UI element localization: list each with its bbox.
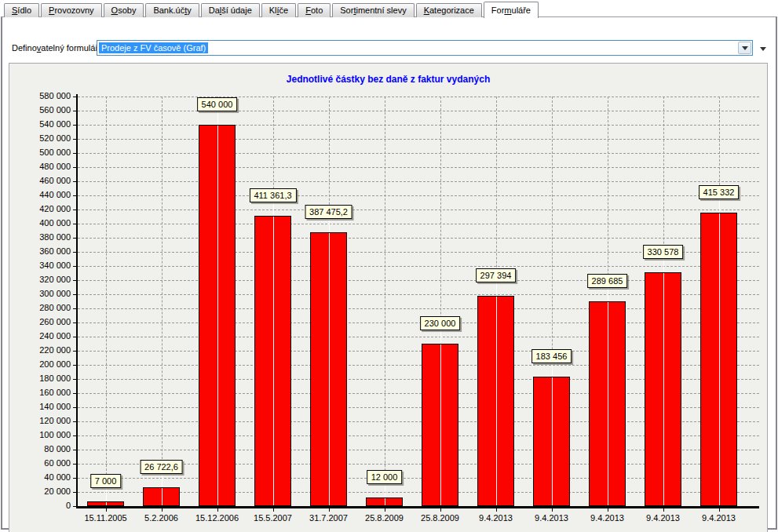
bar-value-label: 12 000 bbox=[367, 470, 403, 484]
y-axis-label: 0 bbox=[9, 501, 71, 510]
gridline-h bbox=[78, 224, 759, 224]
bar-center-line bbox=[162, 488, 163, 505]
y-axis-label: 220 000 bbox=[9, 345, 71, 355]
combobox-text-area[interactable]: Prodeje z FV časově (Graf) bbox=[97, 41, 738, 55]
y-axis-label: 360 000 bbox=[9, 246, 71, 256]
x-axis-label: 15.5.2007 bbox=[245, 513, 301, 523]
tab-formul-e[interactable]: Formuláře bbox=[484, 2, 539, 18]
definable-form-row: Definovatelný formulář: Prodeje z FV čas… bbox=[2, 35, 776, 63]
gridline-v bbox=[106, 97, 107, 506]
bar-center-line bbox=[608, 302, 608, 505]
gridline-h bbox=[78, 97, 759, 97]
x-axis-label: 9.4.2013 bbox=[635, 513, 692, 523]
x-axis-label: 25.8.2009 bbox=[412, 513, 469, 523]
y-axis-label: 100 000 bbox=[9, 430, 71, 439]
bar-center-line bbox=[217, 126, 218, 505]
x-axis-label: 9.4.2013 bbox=[691, 513, 747, 523]
tab-page-formulare: Definovatelný formulář: Prodeje z FV čas… bbox=[1, 16, 777, 530]
y-axis-label: 120 000 bbox=[9, 416, 71, 425]
label-connector-line bbox=[608, 287, 608, 301]
label-connector-line bbox=[440, 330, 441, 344]
bar bbox=[199, 125, 236, 506]
label-connector-line bbox=[106, 487, 107, 501]
label-connector-line bbox=[329, 218, 330, 232]
bar-center-line bbox=[663, 273, 664, 505]
x-axis-tick bbox=[106, 508, 107, 512]
y-axis-label: 480 000 bbox=[9, 162, 71, 171]
bar bbox=[310, 232, 347, 506]
y-axis-label: 320 000 bbox=[9, 275, 71, 284]
x-axis-tick bbox=[385, 508, 385, 512]
y-axis-label: 460 000 bbox=[9, 176, 71, 185]
bar bbox=[645, 272, 681, 506]
bar-center-line bbox=[440, 344, 441, 505]
tab-sortimentn-slevy[interactable]: Sortimentní slevy bbox=[332, 3, 414, 17]
x-axis-label: 9.4.2013 bbox=[524, 513, 580, 523]
bar-value-label: 7 000 bbox=[90, 474, 122, 488]
bar-center-line bbox=[552, 377, 553, 505]
bar-value-label: 183 456 bbox=[531, 349, 572, 363]
bar-center-line bbox=[496, 297, 497, 505]
tab-s-dlo[interactable]: Sídlo bbox=[4, 3, 39, 17]
bar-value-label: 330 578 bbox=[643, 245, 684, 259]
tab-kategorizace[interactable]: Kategorizace bbox=[416, 3, 482, 17]
bar-value-label: 415 332 bbox=[699, 185, 740, 199]
bar bbox=[589, 301, 626, 506]
combobox-dropdown-button[interactable] bbox=[738, 42, 751, 54]
chevron-down-icon bbox=[742, 46, 748, 50]
bar-value-label: 289 685 bbox=[587, 274, 628, 288]
tab-dal-daje[interactable]: Další údaje bbox=[201, 3, 260, 17]
gridline-h bbox=[78, 153, 759, 154]
tab-provozovny[interactable]: Provozovny bbox=[41, 3, 101, 17]
gridline-h bbox=[78, 167, 759, 168]
x-axis-tick bbox=[329, 508, 330, 512]
y-axis-label: 160 000 bbox=[9, 388, 71, 397]
form-options-dropdown-button[interactable] bbox=[758, 44, 769, 53]
tab-kl-e[interactable]: Klíče bbox=[261, 3, 296, 17]
bar bbox=[477, 296, 514, 506]
y-axis-line bbox=[76, 94, 78, 508]
y-axis-label: 400 000 bbox=[9, 218, 71, 228]
y-axis-label: 20 000 bbox=[9, 486, 71, 496]
label-connector-line bbox=[162, 473, 163, 487]
bar bbox=[254, 216, 291, 506]
x-axis-line bbox=[78, 506, 759, 508]
company-card-window: SídloProvozovnyOsobyBank.účtyDalší údaje… bbox=[0, 0, 778, 532]
gridline-h bbox=[78, 125, 759, 126]
tab-osoby[interactable]: Osoby bbox=[104, 3, 144, 17]
chevron-down-icon bbox=[760, 47, 766, 51]
x-axis-tick bbox=[217, 508, 218, 512]
y-axis-label: 280 000 bbox=[9, 303, 71, 312]
bar-value-label: 297 394 bbox=[476, 268, 517, 282]
x-axis-tick bbox=[663, 508, 664, 512]
gridline-v bbox=[162, 97, 163, 506]
x-axis-label: 15.11.2005 bbox=[78, 513, 134, 523]
tab-strip: SídloProvozovnyOsobyBank.účtyDalší údaje… bbox=[4, 2, 539, 17]
tab-bank-ty[interactable]: Bank.účty bbox=[145, 3, 199, 17]
bar-center-line bbox=[719, 213, 720, 505]
y-axis-label: 40 000 bbox=[9, 472, 71, 482]
label-connector-line bbox=[496, 282, 497, 296]
x-axis-label: 5.2.2006 bbox=[133, 513, 190, 523]
y-axis-label: 80 000 bbox=[9, 444, 71, 454]
bar-value-label: 387 475,2 bbox=[305, 205, 352, 219]
y-axis-label: 500 000 bbox=[9, 148, 71, 157]
x-axis-tick bbox=[440, 508, 441, 512]
definable-form-combobox[interactable]: Prodeje z FV časově (Graf) bbox=[97, 40, 753, 56]
combobox-selected-value: Prodeje z FV časově (Graf) bbox=[99, 42, 208, 53]
y-axis-label: 60 000 bbox=[9, 458, 71, 468]
y-axis-label: 240 000 bbox=[9, 331, 71, 341]
bar-value-label: 411 361,3 bbox=[249, 188, 296, 202]
label-connector-line bbox=[385, 483, 385, 497]
label-connector-line bbox=[719, 199, 720, 213]
x-axis-label: 9.4.2013 bbox=[468, 513, 524, 523]
x-axis-label: 15.12.2006 bbox=[189, 513, 246, 523]
tab-foto[interactable]: Foto bbox=[298, 3, 331, 17]
bar bbox=[700, 213, 737, 506]
y-axis-label: 180 000 bbox=[9, 373, 71, 383]
x-axis-label: 31.7.2007 bbox=[301, 513, 357, 523]
x-axis-tick bbox=[552, 508, 553, 512]
bar-center-line bbox=[385, 498, 385, 505]
x-axis-tick bbox=[273, 508, 274, 512]
label-connector-line bbox=[663, 258, 664, 272]
